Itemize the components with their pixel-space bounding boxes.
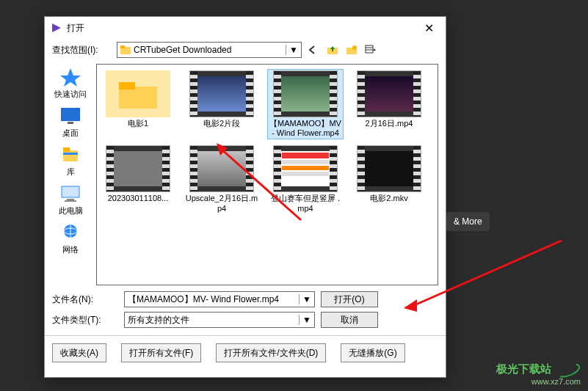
svg-rect-2 [120,45,125,48]
file-name: 电影1 [128,119,148,128]
file-name: Upscale_2月16日.mp4 [185,194,258,213]
file-tile[interactable]: 电影2片段 [184,69,260,139]
svg-rect-21 [119,87,157,109]
video-thumbnail [357,145,421,192]
file-fields: 文件名(N): 【MAMAMOO】MV- Wind Flower.mp4 ▼ 打… [45,288,446,335]
svg-rect-16 [67,199,74,200]
svg-marker-9 [60,68,81,87]
place-network[interactable]: 网络 [59,222,82,255]
app-icon [51,22,62,34]
file-name: 登山赛车但是竖屏 .mp4 [269,194,342,213]
open-all-files-folders-button[interactable]: 打开所有文件/文件夹(D) [216,343,326,362]
chevron-down-icon: ▼ [299,315,311,325]
file-tile[interactable]: 电影2.mkv [351,144,427,214]
file-name: 【MAMAMOO】MV- Wind Flower.mp4 [269,119,342,138]
file-tile[interactable]: 202303011108... [100,144,176,214]
view-menu-button[interactable] [363,43,378,57]
filename-combo[interactable]: 【MAMAMOO】MV- Wind Flower.mp4 ▼ [124,291,315,307]
file-tile[interactable]: 2月16日.mp4 [351,69,427,139]
video-thumbnail [357,70,421,117]
folder-icon [120,45,131,54]
star-icon [59,67,82,87]
chevron-down-icon: ▼ [299,294,311,304]
favorites-button[interactable]: 收藏夹(A) [52,343,106,362]
file-tile[interactable]: 电影1 [100,69,176,139]
file-name: 2月16日.mp4 [366,119,413,128]
place-this-pc[interactable]: 此电脑 [59,183,83,216]
video-thumbnail [189,145,254,192]
libraries-icon [59,145,82,165]
place-quick-access[interactable]: 快速访问 [54,67,87,100]
look-in-combo[interactable]: CRTubeGet Downloaded ▼ [117,42,302,58]
new-folder-button[interactable] [344,43,359,57]
open-button[interactable]: 打开(O) [321,291,378,307]
file-tile[interactable]: 【MAMAMOO】MV- Wind Flower.mp4 [267,69,344,139]
video-thumbnail [273,145,338,192]
svg-point-5 [352,45,357,50]
titlebar: 打开 ✕ [45,17,446,39]
up-one-level-button[interactable] [325,43,340,57]
watermark: 极光下载站 www.xz7.com [496,362,581,387]
network-icon [59,222,82,243]
open-all-files-button[interactable]: 打开所有文件(F) [121,343,201,362]
file-tile[interactable]: Upscale_2月16日.mp4 [184,144,260,214]
svg-rect-17 [65,200,76,202]
video-thumbnail [106,145,170,192]
svg-rect-15 [62,186,79,197]
place-desktop[interactable]: 桌面 [59,106,82,139]
svg-rect-11 [68,122,73,124]
desktop-icon [59,106,82,126]
footer-buttons: 收藏夹(A) 打开所有文件(F) 打开所有文件/文件夹(D) 无缝播放(G) [45,335,446,370]
cancel-button[interactable]: 取消 [321,312,378,328]
look-in-label: 查找范围(I): [52,44,112,56]
close-button[interactable]: ✕ [418,20,440,37]
svg-rect-22 [119,82,135,89]
and-more-badge: & More [446,212,490,231]
video-thumbnail [273,70,338,117]
back-button[interactable] [306,43,321,57]
video-thumbnail [189,70,254,117]
chevron-down-icon: ▼ [286,45,298,55]
look-in-value: CRTubeGet Downloaded [134,45,231,55]
file-name: 电影2.mkv [370,194,407,203]
filetype-value: 所有支持的文件 [128,314,189,326]
file-tile[interactable]: 登山赛车但是竖屏 .mp4 [267,144,344,214]
svg-rect-14 [63,153,78,155]
svg-marker-0 [52,23,61,32]
filename-value: 【MAMAMOO】MV- Wind Flower.mp4 [128,293,279,306]
svg-rect-10 [61,108,80,121]
svg-rect-12 [63,150,78,161]
places-bar: 快速访问 桌面 库 此电脑 网络 [45,61,96,288]
pc-icon [59,183,82,204]
svg-rect-13 [63,147,70,152]
filetype-combo[interactable]: 所有支持的文件 ▼ [124,312,315,328]
dialog-title: 打开 [67,22,418,34]
svg-rect-6 [366,45,373,53]
seamless-play-button[interactable]: 无缝播放(G) [341,343,404,362]
filetype-label: 文件类型(T): [52,314,118,326]
file-name: 电影2片段 [203,119,240,128]
filename-label: 文件名(N): [52,293,118,306]
folder-icon [106,70,170,117]
place-libraries[interactable]: 库 [59,145,82,178]
look-in-row: 查找范围(I): CRTubeGet Downloaded ▼ [45,39,446,61]
file-name: 202303011108... [108,194,169,203]
file-list[interactable]: 电影1电影2片段【MAMAMOO】MV- Wind Flower.mp42月16… [96,64,438,285]
open-file-dialog: 打开 ✕ 查找范围(I): CRTubeGet Downloaded ▼ 快速访… [44,16,446,378]
